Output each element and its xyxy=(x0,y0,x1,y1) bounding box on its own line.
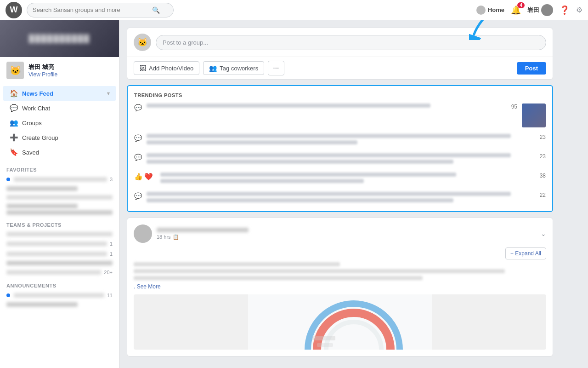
teams-item-label xyxy=(6,252,107,256)
notifications-bell[interactable]: 🔔 4 xyxy=(511,5,521,15)
post-box-top: 🐱 Post to a group... xyxy=(127,28,553,57)
list-item[interactable]: 1 xyxy=(0,249,119,259)
plus-icon: ➕ xyxy=(9,133,18,142)
user-avatar xyxy=(541,4,553,16)
sidebar-item-groups[interactable]: 👥 Groups xyxy=(3,115,116,130)
teams-section-title: TEAMS & PROJECTS xyxy=(0,217,119,230)
sidebar-item-work-chat[interactable]: 💬 Work Chat xyxy=(3,101,116,115)
feed-post-avatar xyxy=(134,224,152,243)
teams-item-count: 1 xyxy=(110,241,113,247)
blurred-text xyxy=(6,210,113,215)
feed-post-text-blurred xyxy=(134,269,505,273)
tag-coworkers-button[interactable]: 👥 Tag coworkers xyxy=(203,61,264,75)
trending-item[interactable]: 👍 ❤️ 38 xyxy=(134,172,546,185)
trending-item-count: 23 xyxy=(535,153,546,160)
expand-all-button[interactable]: + Expand All xyxy=(505,247,546,259)
trending-item-text xyxy=(160,179,364,183)
trending-item[interactable]: 💬 95 xyxy=(134,104,546,127)
blurred-text xyxy=(6,302,78,307)
trending-item-count: 23 xyxy=(535,134,546,140)
announcements-section-title: ANNOUNCEMENTS xyxy=(0,277,119,290)
feed-post: 18 hrs 📋 ⌄ + Expand All . See More xyxy=(127,218,553,356)
view-profile-link[interactable]: View Profile xyxy=(28,71,57,78)
chevron-down-icon[interactable]: ⌄ xyxy=(541,230,546,237)
trending-item-content xyxy=(147,134,530,147)
blurred-text xyxy=(6,204,78,208)
trending-item-text xyxy=(147,140,357,144)
gear-icon[interactable]: ⚙ xyxy=(576,6,582,14)
photo-icon: 🖼 xyxy=(140,64,146,72)
trending-item[interactable]: 💬 23 xyxy=(134,153,546,166)
help-icon[interactable]: ❓ xyxy=(560,5,570,15)
trending-item-text xyxy=(147,153,511,157)
nav-label-saved: Saved xyxy=(22,149,39,156)
list-item[interactable] xyxy=(0,193,119,202)
list-item[interactable]: 1 xyxy=(0,239,119,249)
svg-rect-3 xyxy=(317,343,333,347)
tag-coworkers-label: Tag coworkers xyxy=(220,65,258,72)
groups-icon: 👥 xyxy=(9,119,18,127)
add-photo-button[interactable]: 🖼 Add Photo/Video xyxy=(134,61,199,75)
more-actions-button[interactable]: ··· xyxy=(268,61,284,75)
feed-post-text-blurred xyxy=(134,276,423,280)
add-photo-label: Add Photo/Video xyxy=(149,65,193,72)
see-more-link[interactable]: . See More xyxy=(134,283,161,290)
post-submit-button[interactable]: Post xyxy=(517,62,546,75)
chevron-down-icon: ▾ xyxy=(107,91,110,97)
feed-post-header: 18 hrs 📋 ⌄ xyxy=(134,224,546,243)
main-content: Trending Posts 🐱 Post to a group... xyxy=(119,20,560,368)
more-icon: ··· xyxy=(273,64,279,72)
home-label: Home xyxy=(488,6,504,13)
user-name: 岩田 xyxy=(527,6,539,14)
sidebar-item-news-feed[interactable]: 🏠 News Feed ▾ xyxy=(3,86,116,101)
favorites-section-title: FAVORITES xyxy=(0,161,119,174)
nav-label-news-feed: News Feed xyxy=(22,90,53,97)
feed-post-time: 18 hrs 📋 xyxy=(157,234,536,240)
teams-item-label xyxy=(6,242,107,246)
nav-label-work-chat: Work Chat xyxy=(22,105,50,112)
list-item[interactable]: 20+ xyxy=(0,267,119,277)
sidebar-user: 🐱 岩田 城亮 View Profile xyxy=(0,57,119,84)
sidebar-nav: 🏠 News Feed ▾ 💬 Work Chat 👥 Groups ➕ Cre… xyxy=(0,84,119,161)
post-box-avatar: 🐱 xyxy=(134,34,151,51)
comment-icon: 💬 xyxy=(134,134,142,142)
list-item[interactable]: 11 xyxy=(0,290,119,300)
sidebar-item-create-group[interactable]: ➕ Create Group xyxy=(3,130,116,145)
favorites-item-count: 3 xyxy=(110,177,113,182)
search-input[interactable] xyxy=(33,6,152,13)
teams-item-label xyxy=(6,232,113,236)
teams-item-count: 20+ xyxy=(104,270,113,275)
search-bar[interactable]: 🔍 xyxy=(27,3,174,17)
trending-item-text xyxy=(147,192,511,196)
comment-icon: 💬 xyxy=(134,192,142,200)
feed-post-text-blurred xyxy=(134,262,340,266)
trending-item[interactable]: 💬 22 xyxy=(134,192,546,205)
post-box-actions: 🖼 Add Photo/Video 👥 Tag coworkers ··· Po… xyxy=(127,57,553,79)
expand-all-label: + Expand All xyxy=(510,250,541,257)
post-input[interactable]: Post to a group... xyxy=(156,35,546,50)
trending-item-content xyxy=(147,153,530,166)
home-icon: 🏠 xyxy=(9,89,18,98)
trending-item-content xyxy=(160,172,530,185)
teams-item-count: 1 xyxy=(110,251,113,257)
trending-card-title: TRENDING POSTS xyxy=(134,92,546,98)
feed-post-meta: 18 hrs 📋 xyxy=(157,228,536,240)
feed-post-time-label: 18 hrs xyxy=(157,234,171,240)
feed-post-name-blurred xyxy=(157,228,249,232)
list-item[interactable]: 3 xyxy=(0,174,119,184)
svg-rect-2 xyxy=(312,336,335,340)
list-item[interactable] xyxy=(0,230,119,239)
trending-item[interactable]: 💬 23 xyxy=(134,134,546,147)
user-menu[interactable]: 岩田 xyxy=(527,4,553,16)
like-icon: 👍 xyxy=(134,172,143,181)
sidebar-banner-text: ██████████ xyxy=(29,34,90,43)
trending-item-text xyxy=(160,172,456,177)
notification-badge: 4 xyxy=(517,2,525,8)
trending-thumbnail xyxy=(522,104,546,127)
logo[interactable]: W xyxy=(6,2,22,18)
home-link[interactable]: Home xyxy=(476,6,504,15)
dot-icon xyxy=(6,178,10,181)
sidebar-item-saved[interactable]: 🔖 Saved xyxy=(3,145,116,160)
comment-icon: 💬 xyxy=(134,154,142,161)
topnav-right: Home 🔔 4 岩田 ❓ ⚙ xyxy=(476,4,582,16)
